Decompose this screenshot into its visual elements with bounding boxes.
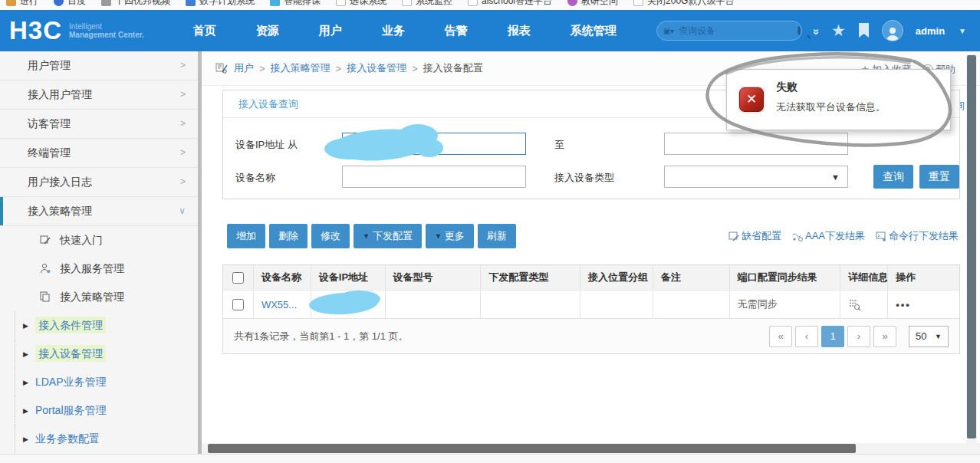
nav-users[interactable]: 用户 <box>299 10 362 51</box>
nav-alarms[interactable]: 告警 <box>425 10 488 51</box>
row-actions-menu[interactable]: ••• <box>896 299 911 310</box>
username-label[interactable]: admin <box>916 25 945 37</box>
favicon <box>402 0 412 6</box>
device-type-select[interactable]: ▼ <box>664 166 848 188</box>
nav-system[interactable]: 系统管理 <box>551 10 636 51</box>
column-header[interactable]: 详细信息 <box>840 265 888 290</box>
refresh-button[interactable]: 刷新 <box>478 224 516 248</box>
bookmark-item[interactable]: 系统监控 <box>402 0 452 8</box>
horizontal-scrollbar-thumb[interactable] <box>208 444 856 453</box>
search-scope-icon[interactable]: ▣▾ <box>663 27 674 35</box>
search-icon[interactable] <box>797 26 801 35</box>
column-header[interactable]: 备注 <box>653 265 730 290</box>
device-table: 设备名称 设备IP地址 设备型号 下发配置类型 接入位置分组 备注 端口配置同步… <box>222 264 960 354</box>
first-page-button[interactable]: « <box>769 326 792 347</box>
sidebar-item-guest-mgmt[interactable]: 访客管理> <box>0 110 198 139</box>
sidebar-item-label: 接入策略管理 <box>28 205 92 217</box>
device-name-input[interactable] <box>342 166 526 188</box>
breadcrumb-link-users[interactable]: 用户 <box>234 61 254 75</box>
sidebar-tree-access-device-mgmt[interactable]: ▶接入设备管理 <box>0 340 198 368</box>
ip-from-input[interactable] <box>342 133 526 155</box>
column-header[interactable]: 操作 <box>888 265 959 290</box>
user-menu-caret-icon[interactable]: ▼ <box>959 27 966 35</box>
tree-item-label: 业务参数配置 <box>35 432 100 445</box>
chevron-down-icon: ∨ <box>179 197 186 225</box>
column-header[interactable]: 设备IP地址 <box>311 265 386 290</box>
search-input[interactable] <box>679 25 797 36</box>
vertical-scrollbar-thumb[interactable] <box>967 55 976 438</box>
bookmark-item[interactable]: 十四优邦视频 <box>101 0 170 8</box>
aaa-deploy-result-link[interactable]: AAA下发结果 <box>792 229 865 243</box>
bookmark-label: 智能排课 <box>284 0 321 8</box>
bookmark-label: 数字计划系统 <box>199 0 255 8</box>
sidebar-tree-portal-mgmt[interactable]: ▶Portal服务管理 <box>0 396 198 425</box>
cli-deploy-result-link[interactable]: 命令行下发结果 <box>876 229 959 243</box>
sidebar-item-access-policy-mgmt[interactable]: 接入策略管理∨ <box>0 197 198 226</box>
nav-services[interactable]: 业务 <box>362 10 425 51</box>
select-caret-icon: ▼ <box>935 333 942 340</box>
query-button[interactable]: 查询 <box>873 165 913 189</box>
bookmark-label: 进行 <box>20 0 38 8</box>
h3c-logo: H3C Intelligent Management Center. <box>9 16 144 45</box>
column-header[interactable]: 接入位置分组 <box>580 265 653 290</box>
bookmark-item[interactable]: 选课系统 <box>336 0 386 8</box>
sidebar-subitem-access-policy-mgmt[interactable]: 接入策略管理 <box>0 283 198 311</box>
delete-button[interactable]: 删除 <box>269 224 307 248</box>
default-config-link[interactable]: 缺省配置 <box>728 229 781 243</box>
bookmark-flag-icon[interactable] <box>858 23 870 38</box>
logo-subtitle: Intelligent Management Center. <box>69 22 144 39</box>
sidebar-tree-ldap-mgmt[interactable]: ▶LDAP业务管理 <box>0 368 198 396</box>
sidebar-item-user-mgmt[interactable]: 用户管理> <box>0 51 198 80</box>
modify-button[interactable]: 修改 <box>311 224 350 248</box>
prev-page-button[interactable]: ‹ <box>795 326 818 347</box>
sidebar-item-access-log[interactable]: 用户接入日志> <box>0 168 198 197</box>
details-cell <box>840 291 888 318</box>
bookmark-item[interactable]: 百度 <box>54 0 86 8</box>
bookmark-item[interactable]: 数字计划系统 <box>186 0 255 8</box>
bookmark-item[interactable]: 教研空间 <box>567 0 618 8</box>
sidebar-subitem-quick-start[interactable]: 快速入门 <box>0 226 198 254</box>
sidebar-item-terminal-mgmt[interactable]: 终端管理> <box>0 139 198 168</box>
browser-bookmarks-bar: 进行 百度 十四优邦视频 数字计划系统 智能排课 选课系统 系统监控 aisch… <box>0 0 980 10</box>
column-header[interactable]: 设备型号 <box>386 265 482 290</box>
row-checkbox[interactable] <box>232 299 244 310</box>
current-page-button[interactable]: 1 <box>821 326 844 347</box>
next-page-button[interactable]: › <box>847 326 870 347</box>
bookmark-item[interactable]: aischool智连平台 <box>468 0 552 8</box>
details-icon[interactable] <box>848 299 861 310</box>
more-button[interactable]: ▼更多 <box>426 224 474 248</box>
nav-reports[interactable]: 报表 <box>488 10 551 51</box>
expand-chevrons-icon[interactable]: » <box>810 28 823 33</box>
favicon <box>567 0 577 6</box>
reset-button[interactable]: 重置 <box>919 165 959 189</box>
breadcrumb-link-access-device[interactable]: 接入设备管理 <box>347 61 406 75</box>
error-popup: ✕ 失败 无法获取平台设备信息。 <box>726 69 951 130</box>
device-model-cell <box>386 291 482 318</box>
sidebar-tree-service-params[interactable]: ▶业务参数配置 <box>0 425 198 453</box>
column-header[interactable]: 端口配置同步结果 <box>730 265 841 290</box>
last-page-button[interactable]: » <box>873 326 896 347</box>
error-icon: ✕ <box>739 87 764 112</box>
active-accent-bar <box>0 197 3 225</box>
column-header[interactable]: 下发配置类型 <box>481 265 580 290</box>
sidebar-subitem-access-service-mgmt[interactable]: 接入服务管理 <box>0 254 198 283</box>
bookmark-item[interactable]: 关闭200G款八级平台 <box>633 0 734 8</box>
user-avatar[interactable] <box>882 20 903 41</box>
column-header[interactable]: 设备名称 <box>254 265 311 290</box>
nav-home[interactable]: 首页 <box>173 10 236 51</box>
device-name-link[interactable]: WX55... <box>261 299 297 310</box>
favorites-star-icon[interactable]: ★ <box>831 21 846 40</box>
page-size-select[interactable]: 50 ▼ <box>909 326 949 347</box>
deploy-config-button[interactable]: ▼下发配置 <box>354 224 422 248</box>
sidebar-tree-access-condition-mgmt[interactable]: ▶接入条件管理 <box>0 311 198 340</box>
sidebar-item-access-user-mgmt[interactable]: 接入用户管理> <box>0 80 198 110</box>
add-button[interactable]: 增加 <box>227 224 265 248</box>
nav-resources[interactable]: 资源 <box>236 10 299 51</box>
bookmark-item[interactable]: 智能排课 <box>270 0 321 8</box>
select-all-checkbox[interactable] <box>232 272 244 284</box>
dropdown-caret-icon: ▼ <box>435 232 442 240</box>
bookmark-item[interactable]: 进行 <box>6 0 38 8</box>
ip-to-input[interactable] <box>664 133 848 155</box>
sidebar-item-label: 访客管理 <box>28 117 71 130</box>
breadcrumb-link-access-policy[interactable]: 接入策略管理 <box>271 61 331 75</box>
